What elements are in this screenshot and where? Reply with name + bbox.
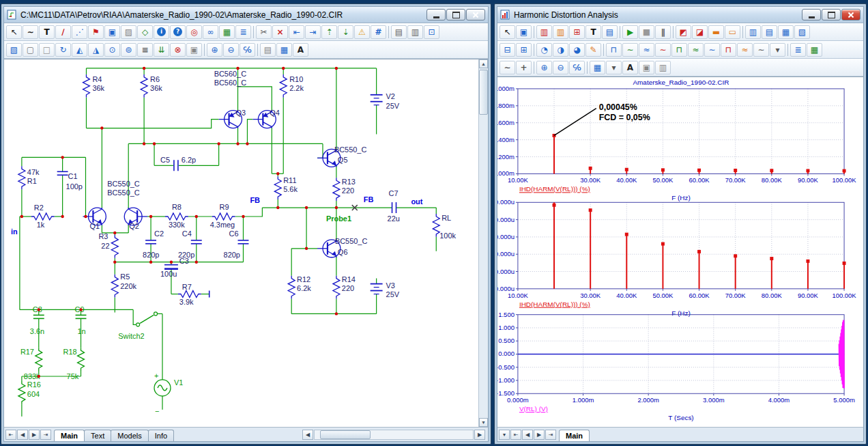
horizontal-scrollbar[interactable]: ◀ ▶ bbox=[302, 430, 485, 440]
scroll-right-button[interactable]: ▶ bbox=[474, 430, 485, 440]
autoscale-icon[interactable]: ∼ bbox=[704, 43, 720, 57]
horizontal-scroll-track[interactable] bbox=[314, 430, 474, 440]
properties-icon[interactable]: ▤ bbox=[602, 25, 618, 39]
component-R5[interactable]: R5220k bbox=[111, 273, 136, 298]
find-next-icon[interactable]: ⊚ bbox=[121, 43, 136, 57]
maximize-button[interactable] bbox=[446, 9, 465, 20]
panes-icon[interactable]: ⊟ bbox=[500, 43, 515, 57]
log-x-icon[interactable]: ⊓ bbox=[671, 43, 687, 57]
component-mode-icon[interactable]: ▣ bbox=[104, 25, 120, 39]
data-box2-icon[interactable]: ▭ bbox=[725, 25, 740, 39]
component-C2[interactable]: C2820p bbox=[143, 229, 164, 259]
zoom-percent-icon[interactable]: ℅ bbox=[569, 61, 585, 74]
push-down-icon[interactable]: ⇊ bbox=[154, 43, 169, 57]
data-points-icon[interactable]: ≈ bbox=[737, 43, 753, 57]
log-y-icon[interactable]: ≈ bbox=[688, 43, 704, 57]
page-box-icon[interactable]: ⊡ bbox=[424, 25, 439, 39]
text-list-icon[interactable]: ≣ bbox=[235, 25, 251, 39]
rotate-icon[interactable]: ↻ bbox=[55, 43, 71, 57]
component-R10[interactable]: R102.2k bbox=[280, 74, 304, 98]
picture-mode-icon[interactable]: ▨ bbox=[121, 25, 136, 39]
minimize-button[interactable] bbox=[426, 9, 446, 20]
node-link-icon[interactable]: ∞ bbox=[203, 25, 218, 39]
component-V1[interactable]: V1+− bbox=[154, 372, 183, 415]
copy-left-icon[interactable]: ⇤ bbox=[289, 25, 304, 39]
component-C5[interactable]: C56.2p bbox=[160, 156, 196, 171]
grid-menu-arrow-icon[interactable]: ▾ bbox=[606, 61, 622, 74]
info-mode-icon[interactable]: i bbox=[154, 25, 169, 39]
stack-plots-icon[interactable]: ∼ bbox=[655, 43, 671, 57]
separate-plots-icon[interactable]: ≈ bbox=[639, 43, 654, 57]
edit-icon[interactable]: ✎ bbox=[585, 43, 601, 57]
first-page-button[interactable]: ⇤ bbox=[5, 430, 16, 440]
tab-main[interactable]: Main bbox=[54, 430, 85, 441]
component-C6[interactable]: C6820p bbox=[224, 229, 249, 259]
component-R14[interactable]: R14220 bbox=[333, 275, 356, 299]
schematic-titlebar[interactable]: C:\MC11\DATA\Petrov\RIAA\Amaterske_Radio… bbox=[4, 7, 488, 23]
mirror-y-icon[interactable]: ◮ bbox=[88, 43, 104, 57]
scroll-left-button[interactable]: ◀ bbox=[302, 430, 313, 440]
scope-select-icon[interactable]: ▥ bbox=[536, 25, 552, 39]
find-icon[interactable]: ⊙ bbox=[104, 43, 120, 57]
close-button[interactable] bbox=[466, 9, 485, 20]
select-mode-icon[interactable]: ↖ bbox=[6, 25, 22, 39]
diagonal-wire-icon[interactable]: ⋰ bbox=[72, 25, 87, 39]
warning-icon[interactable]: ⚠ bbox=[354, 25, 370, 39]
copy-graph2-icon[interactable]: ▥ bbox=[655, 61, 671, 74]
grid-pattern-icon[interactable]: ▦ bbox=[276, 43, 292, 57]
component-Q2[interactable]: Q2 bbox=[124, 208, 147, 230]
component-R4[interactable]: R436k bbox=[83, 74, 104, 98]
analysis-titlebar[interactable]: Harmonic Distortion Analysis bbox=[497, 7, 863, 23]
region-mode-icon[interactable]: ◇ bbox=[137, 25, 153, 39]
page-menu-button[interactable]: ▾ bbox=[499, 430, 510, 440]
component-Q4[interactable]: Q4 bbox=[252, 109, 279, 128]
scroll-down-button[interactable]: ▼ bbox=[479, 418, 488, 427]
horizontal-scroll-thumb[interactable] bbox=[320, 430, 371, 439]
graph-box-icon[interactable]: ▥ bbox=[553, 25, 568, 39]
component-RL[interactable]: RL100k bbox=[433, 214, 456, 240]
prev-page-button[interactable]: ◀ bbox=[17, 430, 28, 440]
list-icon[interactable]: ≣ bbox=[790, 43, 806, 57]
stack-icon[interactable]: ≡ bbox=[137, 43, 153, 57]
text-annotate-icon[interactable]: A bbox=[622, 61, 638, 74]
zoom-out-icon[interactable]: ⊖ bbox=[223, 43, 239, 57]
delete-waveform-icon[interactable]: ∼ bbox=[622, 43, 638, 57]
animate-fast-icon[interactable]: ◕ bbox=[569, 43, 585, 57]
add-waveform-icon[interactable]: ⊓ bbox=[606, 43, 622, 57]
tab-models[interactable]: Models bbox=[111, 430, 148, 441]
tab-main[interactable]: Main bbox=[559, 430, 590, 441]
component-C1[interactable]: C1100p bbox=[57, 171, 83, 191]
move-up-icon[interactable]: ⇡ bbox=[321, 25, 337, 39]
select-mode-icon[interactable]: ↖ bbox=[500, 25, 515, 39]
component-Q3[interactable]: Q3 bbox=[219, 109, 246, 128]
line-mode-icon[interactable]: ∕ bbox=[55, 25, 71, 39]
last-page-button[interactable]: ⇥ bbox=[40, 430, 51, 440]
component-R11[interactable]: R115.6k bbox=[274, 176, 298, 199]
select-box-icon[interactable]: ▢ bbox=[23, 43, 38, 57]
help-mode-icon[interactable]: ? bbox=[170, 25, 186, 39]
analysis-plots[interactable]: 1.000m0.800m0.600m0.400m0.200m0.000m10.0… bbox=[497, 77, 863, 427]
component-R12[interactable]: R126.2k bbox=[288, 275, 311, 299]
copy-page-icon[interactable]: ▣ bbox=[186, 43, 202, 57]
tile-vertical-icon[interactable]: ▤ bbox=[762, 25, 777, 39]
component-Q5[interactable]: BC550_CQ5 bbox=[317, 145, 366, 167]
move-down-icon[interactable]: ⇣ bbox=[338, 25, 353, 39]
new-page-icon[interactable]: ▤ bbox=[391, 25, 407, 39]
component-C3[interactable]: C3100u bbox=[160, 257, 189, 278]
ruler-icon[interactable]: ∼ bbox=[753, 43, 769, 57]
component-R13[interactable]: R13220 bbox=[333, 178, 356, 201]
calculator-icon[interactable]: ▦ bbox=[807, 43, 822, 57]
pause-icon[interactable]: ∥ bbox=[655, 25, 671, 39]
tile-windows-icon[interactable]: ⊞ bbox=[516, 43, 532, 57]
component-R9[interactable]: R94.3meg bbox=[210, 203, 235, 229]
component-R8[interactable]: R8330k bbox=[165, 203, 188, 229]
grid-menu-icon[interactable]: ▦ bbox=[590, 61, 605, 74]
component-SW[interactable]: Switch2 bbox=[118, 312, 157, 340]
wire-mode-icon[interactable]: ∼ bbox=[23, 25, 38, 39]
waveform-menu-icon[interactable]: ▾ bbox=[770, 43, 785, 57]
scroll-up-button[interactable]: ▲ bbox=[479, 59, 488, 68]
shape-box-icon[interactable]: □ bbox=[39, 43, 55, 57]
component-R3[interactable]: R322 bbox=[98, 232, 118, 258]
data-box-icon[interactable]: ▬ bbox=[708, 25, 724, 39]
zoom-in-icon[interactable]: ⊕ bbox=[536, 61, 552, 74]
